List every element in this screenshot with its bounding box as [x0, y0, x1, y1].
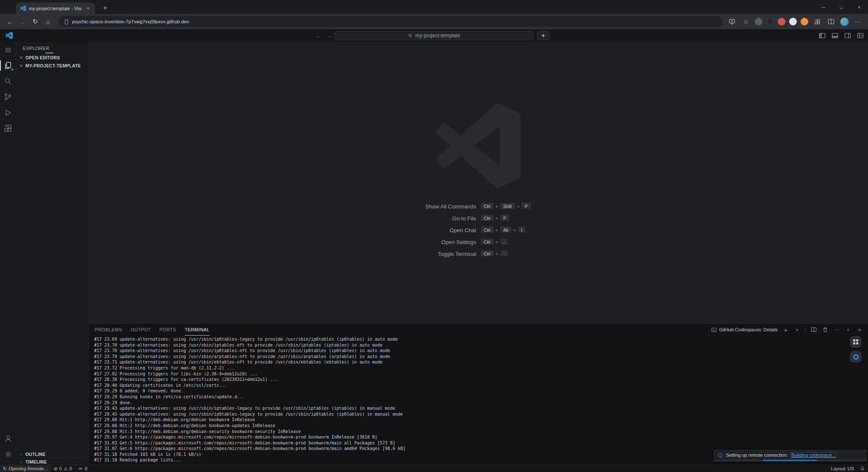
window-minimize-button[interactable]: ─ [815, 0, 832, 14]
building-codespace-link[interactable]: Building codespace... [791, 453, 836, 458]
status-bar: ↻ Opening Remote... ⊘ 0 ⚠ 0 0 Layout: US [0, 465, 868, 472]
browser-menu-icon[interactable]: ⋯ [853, 17, 863, 27]
split-screen-icon[interactable] [826, 17, 836, 27]
codespaces-widget-button[interactable] [850, 336, 861, 347]
browser-address-bar: ← → ↻ ⌂ psychic-space-invention-7p7xwg7x… [0, 14, 868, 29]
editor-back-button[interactable]: ← [315, 29, 321, 42]
problems-status-item[interactable]: ⊘ 0 ⚠ 0 [51, 465, 75, 472]
browser-refresh-button[interactable]: ↻ [29, 16, 42, 28]
search-icon-activity[interactable] [0, 73, 16, 89]
extensions-icon[interactable] [0, 120, 16, 136]
toggle-panel-icon[interactable] [832, 32, 838, 39]
account-icon[interactable] [0, 431, 16, 447]
notifications-bell-item[interactable] [857, 465, 868, 472]
extension-icon-1[interactable] [755, 18, 762, 25]
settings-gear-icon[interactable] [0, 447, 16, 462]
shortcut-label: Go to File [353, 215, 476, 222]
copilot-widget-button[interactable] [850, 351, 861, 362]
keyboard-shortcuts-hints: Show All Commands Ctrl+Shift+P Go to Fil… [89, 200, 868, 260]
toggle-sidebar-icon[interactable] [819, 32, 826, 39]
run-debug-icon[interactable] [0, 105, 16, 120]
activity-bar [0, 42, 16, 465]
extension-icon-2[interactable] [766, 18, 774, 25]
shortcut-label: Show All Commands [353, 203, 476, 210]
ports-status-item[interactable]: 0 [75, 465, 90, 472]
project-folder-section[interactable]: ∨ MY-PROJECT-TEMPLATE [16, 61, 89, 69]
browser-forward-button[interactable]: → [16, 16, 29, 28]
browser-back-button[interactable]: ← [3, 16, 16, 28]
window-maximize-button[interactable]: □ [832, 0, 850, 14]
search-icon [408, 33, 413, 38]
command-center-search[interactable]: my-project-template [334, 31, 534, 40]
url-field[interactable]: psychic-space-invention-7p7xwg7xxj5fpxvx… [58, 16, 723, 27]
extension-icon-5[interactable] [801, 18, 808, 25]
tab-title: my-project-template - Visual S [29, 6, 82, 11]
command-center-text: my-project-template [415, 33, 460, 39]
notification-progress [714, 460, 866, 461]
key: Ctrl [481, 239, 494, 246]
keyboard-layout-item[interactable]: Layout: US [828, 465, 857, 472]
install-app-icon[interactable] [727, 17, 737, 27]
vscode-logo [6, 32, 13, 39]
favorites-star-icon[interactable]: ☆ [741, 17, 751, 27]
ports-count: 0 [85, 466, 87, 471]
tab-ports[interactable]: PORTS [159, 324, 176, 336]
key: P [501, 215, 509, 222]
chevron-down-icon: ∨ [19, 55, 24, 60]
shortcut-row: Open Settings Ctrl+, [89, 236, 868, 248]
key: , [501, 239, 508, 246]
shortcut-label: Toggle Terminal [353, 251, 476, 257]
terminal-output[interactable]: #17 23.69 update-alternatives: using /us… [94, 336, 851, 464]
extension-icon-3[interactable] [778, 18, 785, 25]
error-icon: ⊘ [54, 466, 58, 472]
keyboard-layout-label: Layout: US [831, 466, 854, 471]
tab-close-icon[interactable]: × [85, 5, 92, 12]
panel-tabs: PROBLEMS OUTPUT PORTS TERMINAL [95, 324, 210, 336]
copilot-button[interactable] [537, 31, 550, 40]
maximize-panel-icon[interactable]: ∧ [845, 326, 851, 333]
shortcut-row: Show All Commands Ctrl+Shift+P [89, 200, 868, 212]
new-terminal-icon[interactable]: + [782, 326, 789, 333]
profile-avatar[interactable] [840, 17, 849, 26]
panel-more-icon[interactable]: ⋯ [833, 326, 840, 333]
tab-problems[interactable]: PROBLEMS [95, 324, 122, 336]
kill-terminal-icon[interactable] [822, 326, 829, 333]
close-panel-icon[interactable]: × [856, 326, 863, 333]
tab-output[interactable]: OUTPUT [131, 324, 151, 336]
remote-status-item[interactable]: ↻ Opening Remote... [0, 465, 51, 472]
spinner-icon: ↻ [3, 466, 7, 472]
outline-section[interactable]: › OUTLINE [16, 450, 89, 458]
key: Ctrl [481, 215, 494, 222]
menu-icon[interactable] [0, 42, 16, 58]
terminal-dropdown-icon[interactable]: ∨ [794, 326, 801, 333]
browser-tab[interactable]: my-project-template - Visual S × [16, 3, 95, 14]
error-count: 0 [59, 466, 62, 471]
shortcut-keys: Ctrl+Shift+P [481, 203, 604, 210]
open-editors-section[interactable]: ∨ OPEN EDITORS [16, 53, 89, 61]
browser-home-button[interactable]: ⌂ [42, 16, 54, 28]
editor-forward-button[interactable]: → [326, 29, 332, 42]
remote-status-label: Opening Remote... [8, 466, 47, 471]
sparkle-icon [541, 33, 546, 38]
key: ` [501, 250, 508, 258]
window-close-button[interactable]: × [850, 0, 868, 14]
new-tab-button[interactable]: + [100, 3, 110, 13]
site-info-icon[interactable] [64, 19, 69, 25]
key: Ctrl [481, 250, 494, 258]
toggle-secondary-sidebar-icon[interactable] [844, 32, 851, 39]
split-terminal-icon[interactable] [810, 326, 817, 333]
terminal-session-tab[interactable]: GitHub Codespaces: Details [711, 327, 778, 333]
explorer-icon[interactable] [0, 58, 16, 73]
key: Alt [501, 227, 512, 234]
tab-terminal[interactable]: TERMINAL [185, 324, 210, 336]
shortcut-keys: Ctrl+Alt+I [481, 227, 604, 234]
customize-layout-icon[interactable] [857, 32, 864, 39]
shortcut-label: Open Settings [353, 239, 476, 245]
warning-icon: ⚠ [64, 466, 68, 472]
extension-icon-4[interactable] [789, 18, 797, 25]
key: I [518, 227, 526, 234]
notification-toast: Setting up remote connection: Building c… [714, 450, 866, 461]
extensions-menu-icon[interactable] [812, 17, 822, 27]
source-control-icon[interactable] [0, 89, 16, 105]
chevron-down-icon: ∨ [19, 63, 24, 68]
